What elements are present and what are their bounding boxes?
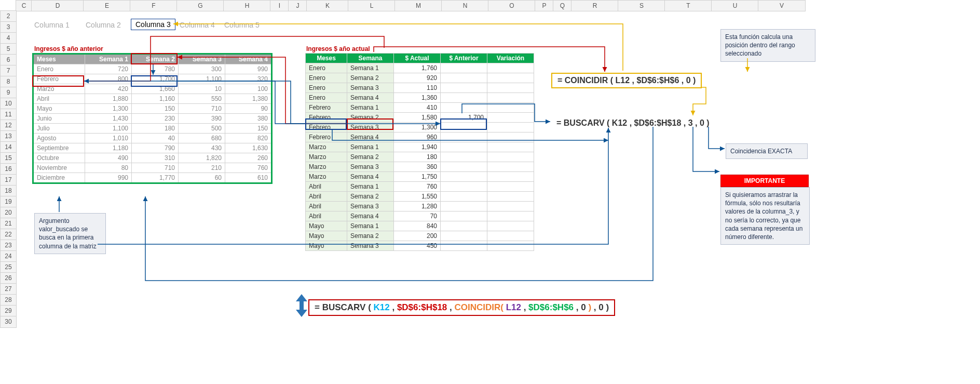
col-header-O[interactable]: O [488, 0, 536, 11]
col-header-U[interactable]: U [711, 0, 759, 11]
table-row: MarzoSemana 11,940 [306, 142, 534, 152]
col-header-H[interactable]: H [223, 0, 271, 11]
table-row: MarzoSemana 2180 [306, 152, 534, 162]
row-header-30[interactable]: 30 [0, 316, 17, 328]
table-row: FebreroSemana 31,300 [306, 123, 534, 133]
col-header-V[interactable]: V [758, 0, 806, 11]
row-header-23[interactable]: 23 [0, 240, 17, 251]
column-tab-1[interactable]: Columna 1 [34, 21, 70, 29]
row-header-2[interactable]: 2 [0, 10, 17, 22]
table-row: EneroSemana 11,760 [306, 63, 534, 73]
row-header-20[interactable]: 20 [0, 207, 17, 219]
col-header-D[interactable]: D [31, 0, 84, 11]
table-current-year: MesesSemana$ Actual$ AnteriorVariaciónEn… [305, 53, 534, 251]
row-header-12[interactable]: 12 [0, 120, 17, 131]
t1-header: Semana 4 [225, 54, 272, 64]
row-header-7[interactable]: 7 [0, 65, 17, 77]
t1-header: Semana 1 [85, 54, 132, 64]
row-header-18[interactable]: 18 [0, 185, 17, 197]
table-row: AbrilSemana 1760 [306, 182, 534, 192]
callout-important: IMPORTANTE Si quisieramos arrastrar la f… [720, 175, 809, 245]
table-prev-year: MesesSemana 1Semana 2Semana 3Semana 4Ene… [32, 53, 273, 184]
row-header-4[interactable]: 4 [0, 32, 17, 44]
table-row: Abril1,8801,1605501,380 [33, 94, 272, 104]
table-row: FebreroSemana 1410 [306, 103, 534, 113]
row-header-26[interactable]: 26 [0, 272, 17, 284]
table-row: Enero720780300990 [33, 64, 272, 74]
row-header-28[interactable]: 28 [0, 294, 17, 306]
col-header-S[interactable]: S [618, 0, 665, 11]
row-header-22[interactable]: 22 [0, 229, 17, 241]
row-header-21[interactable]: 21 [0, 218, 17, 230]
row-header-15[interactable]: 15 [0, 152, 17, 164]
table-row: Mayo1,30015071090 [33, 104, 272, 114]
col-header-G[interactable]: G [176, 0, 224, 11]
title-current-year: Ingresos $ año actual [306, 45, 370, 52]
col-header-M[interactable]: M [394, 0, 442, 11]
col-header-T[interactable]: T [664, 0, 712, 11]
spreadsheet-canvas: CDEFGHIJKLMNOPQRSTUV 2345678910111213141… [0, 0, 980, 384]
col-header-C[interactable]: C [16, 0, 32, 11]
table-row: MarzoSemana 41,750 [306, 172, 534, 182]
column-tab-3[interactable]: Columna 3 [131, 19, 175, 30]
column-tab-2[interactable]: Columna 2 [86, 21, 121, 29]
formula-coincidir: = COINCIDIR ( L12 , $D$6:$H$6 , 0 ) [551, 73, 702, 88]
double-arrow-icon [296, 294, 307, 317]
col-header-L[interactable]: L [348, 0, 396, 11]
important-header: IMPORTANTE [720, 175, 809, 187]
table-row: EneroSemana 3110 [306, 83, 534, 93]
row-header-13[interactable]: 13 [0, 130, 17, 142]
col-header-K[interactable]: K [306, 0, 349, 11]
col-header-E[interactable]: E [83, 0, 131, 11]
table-row: Febrero8001,7001,100320 [33, 74, 272, 84]
col-header-F[interactable]: F [130, 0, 178, 11]
row-header-16[interactable]: 16 [0, 163, 17, 175]
title-prev-year: Ingresos $ año anterior [34, 45, 103, 52]
col-header-I[interactable]: I [270, 0, 289, 11]
table-row: EneroSemana 41,360 [306, 93, 534, 103]
row-header-10[interactable]: 10 [0, 98, 17, 110]
row-header-8[interactable]: 8 [0, 76, 17, 88]
column-tab-4[interactable]: Columna 4 [180, 21, 215, 29]
table-row: MarzoSemana 3360 [306, 162, 534, 172]
formula-combined: = BUSCARV ( K12 , $D$6:$H$18 , COINCIDIR… [308, 299, 615, 316]
col-header-P[interactable]: P [535, 0, 554, 11]
col-header-N[interactable]: N [441, 0, 489, 11]
table-row: Julio1,100180500150 [33, 124, 272, 134]
row-header-5[interactable]: 5 [0, 43, 17, 55]
table-row: FebreroSemana 4960 [306, 133, 534, 142]
t1-header: Semana 2 [132, 54, 179, 64]
table-row: MayoSemana 1840 [306, 221, 534, 231]
column-tab-5[interactable]: Columna 5 [224, 21, 260, 29]
row-header-9[interactable]: 9 [0, 87, 17, 99]
t1-header: Meses [33, 54, 85, 64]
important-body: Si quisieramos arrastrar la fórmula, sól… [720, 187, 810, 245]
row-header-25[interactable]: 25 [0, 261, 17, 273]
row-header-24[interactable]: 24 [0, 250, 17, 262]
row-header-6[interactable]: 6 [0, 54, 17, 66]
col-header-J[interactable]: J [288, 0, 307, 11]
table-row: EneroSemana 2920 [306, 73, 534, 83]
svg-marker-0 [296, 294, 307, 317]
table-row: Septiembre1,1807904301,630 [33, 143, 272, 153]
col-header-Q[interactable]: Q [553, 0, 572, 11]
row-header-19[interactable]: 19 [0, 196, 17, 208]
callout-coincidir-desc: Esta función calcula una posición dentro… [720, 29, 815, 62]
row-header-29[interactable]: 29 [0, 305, 17, 317]
callout-argumento: Argumento valor_buscado se busca en la p… [34, 213, 106, 254]
t2-header: Semana [347, 54, 394, 63]
t1-header: Semana 3 [179, 54, 225, 64]
table-row: Marzo4201,66010100 [33, 84, 272, 94]
row-header-3[interactable]: 3 [0, 21, 17, 33]
row-header-27[interactable]: 27 [0, 283, 17, 295]
table-row: Octubre4903101,820260 [33, 153, 272, 163]
table-row: MayoSemana 2200 [306, 231, 534, 241]
t2-header: $ Actual [394, 54, 441, 63]
row-header-17[interactable]: 17 [0, 174, 17, 186]
col-header-R[interactable]: R [571, 0, 619, 11]
table-row: MayoSemana 3450 [306, 241, 534, 251]
callout-exacta: Coincidencia EXACTA [726, 143, 808, 159]
row-header-14[interactable]: 14 [0, 141, 17, 153]
row-header-11[interactable]: 11 [0, 109, 17, 121]
table-row: AbrilSemana 470 [306, 211, 534, 221]
